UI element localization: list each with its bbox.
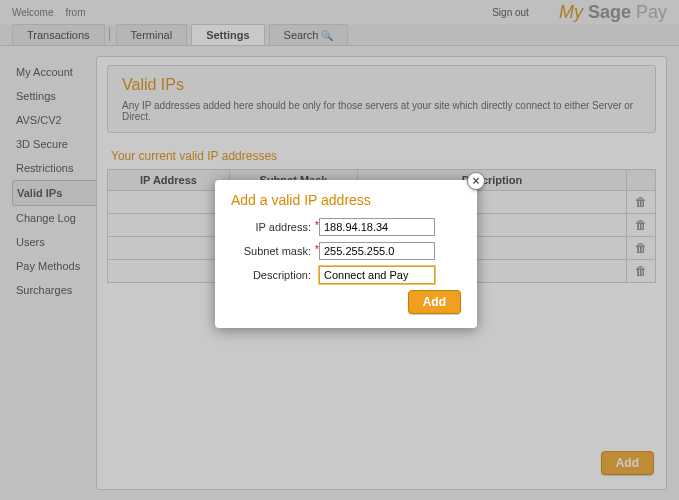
label-desc: Description: — [231, 269, 319, 281]
modal-add-button[interactable]: Add — [408, 290, 461, 314]
description-input[interactable] — [319, 266, 435, 284]
label-ip: IP address: — [231, 221, 319, 233]
modal-title: Add a valid IP address — [231, 192, 461, 208]
ip-address-input[interactable] — [319, 218, 435, 236]
subnet-mask-input[interactable] — [319, 242, 435, 260]
add-ip-modal: × Add a valid IP address IP address: Sub… — [215, 180, 477, 328]
label-mask: Subnet mask: — [231, 245, 319, 257]
close-icon[interactable]: × — [467, 172, 485, 190]
